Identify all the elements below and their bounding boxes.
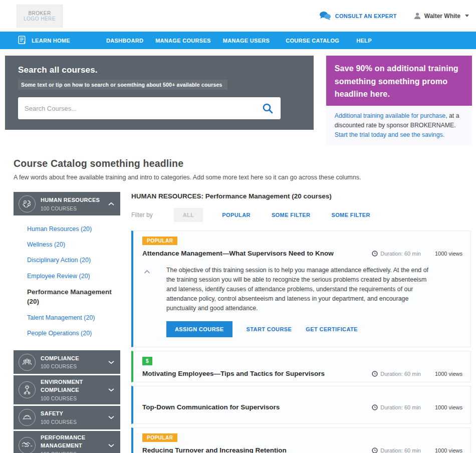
promo-headline: Save 90% on additional training somethin… [335, 62, 463, 101]
search-input[interactable] [25, 105, 262, 112]
learn-home-icon [18, 36, 27, 45]
category-count: 100 COURSES [41, 206, 103, 211]
page-title: Course Catalog something headline [14, 158, 476, 169]
filter-some-2[interactable]: SOME FILTER [331, 212, 370, 218]
course-card[interactable]: POPULAR Reducing Turnover and Increasing… [131, 427, 471, 453]
course-views: 1000 views [435, 371, 462, 377]
hardhat-icon [19, 409, 36, 426]
chat-icon [319, 11, 331, 21]
category-count: 100 COURSES [41, 364, 103, 369]
course-views: 1000 views [435, 404, 462, 410]
sidebar-item-compliance[interactable]: COMPLIANCE 100 COURSES [14, 350, 120, 374]
sidebar-item-environment-compliance[interactable]: ENVIRONMENT COMPLIANCE 100 COURSES [14, 375, 120, 404]
subitem-employee-review[interactable]: Employee Review (20) [27, 272, 120, 281]
popular-badge: POPULAR [142, 433, 177, 442]
search-panel: Search all courses. Some text or tip on … [5, 56, 314, 130]
course-views: 1000 views [435, 447, 462, 453]
user-icon [414, 13, 421, 20]
clock-icon [372, 371, 378, 377]
subcategory-list: Human Resources (20) Wellness (20) Disci… [14, 217, 120, 350]
chevron-down-icon [108, 415, 114, 419]
start-course-button[interactable]: START COURSE [247, 326, 292, 332]
idea-icon [19, 381, 36, 398]
course-description: The objective of this training session i… [166, 266, 437, 313]
filter-all[interactable]: ALL [174, 208, 203, 222]
nav-help[interactable]: HELP [356, 38, 372, 44]
subitem-disciplinary-action[interactable]: Disciplinary Action (20) [27, 256, 120, 265]
course-duration: Duration: 60 min [372, 371, 421, 377]
course-title: Reducing Turnover and Increasing Retenti… [142, 446, 372, 453]
handshake-icon [19, 437, 36, 453]
category-count: 100 COURSES [41, 396, 103, 401]
promo-note: Additional training available for purcha… [326, 106, 472, 145]
subitem-performance-management[interactable]: Performance Management (20) [27, 287, 120, 307]
consult-expert-link[interactable]: CONSULT AN EXPERT [319, 11, 397, 21]
course-duration: Duration: 60 min [372, 404, 421, 410]
subitem-human-resources[interactable]: Human Resources (20) [27, 224, 120, 234]
logo-line1: BROKER [28, 11, 51, 16]
get-certificate-button[interactable]: GET CERTIFICATE [306, 326, 358, 332]
group-icon [19, 354, 36, 371]
course-card[interactable]: Top-Down Communication for Supervisors D… [131, 386, 471, 424]
clock-icon [372, 447, 378, 453]
subitem-talent-management[interactable]: Talent Management (20) [27, 313, 120, 322]
main-navbar: LEARN HOME DASHBOARD MANAGE COURSES MANA… [0, 32, 476, 49]
category-sidebar: HUMAN RESOURCES 100 COURSES Human Resour… [14, 192, 120, 453]
promo-banner: Save 90% on additional training somethin… [326, 56, 472, 106]
search-icon[interactable] [262, 103, 274, 114]
sidebar-item-human-resources[interactable]: HUMAN RESOURCES 100 COURSES [14, 192, 120, 215]
search-panel-title: Search all courses. [18, 65, 300, 75]
section-title: HUMAN RESOURCES: Performance Management … [131, 192, 471, 200]
course-card[interactable]: POPULAR Attendance Management—What Super… [131, 231, 471, 347]
assign-course-button[interactable]: ASSIGN COURSE [166, 321, 232, 337]
search-tip: Some text or tip on how to search or soe… [18, 80, 227, 90]
subitem-people-operations[interactable]: People Operations (20) [27, 329, 120, 338]
chevron-down-icon [108, 360, 114, 364]
course-list-panel: HUMAN RESOURCES: Performance Management … [131, 192, 471, 453]
category-name: COMPLIANCE [41, 355, 103, 363]
category-count: 100 COURSES [41, 419, 103, 425]
course-title: Attendance Management—What Supervisors N… [142, 250, 372, 257]
course-card[interactable]: $ Motivating Employees—Tips and Tactics … [131, 351, 471, 382]
category-name: ENVIRONMENT COMPLIANCE [41, 378, 96, 394]
chevron-up-icon [108, 202, 114, 206]
logo-line2: LOGO HERE [24, 16, 56, 22]
chevron-down-icon [108, 388, 114, 392]
filter-bar: Filter by ALL POPULAR SOME FILTER SOME F… [131, 208, 471, 222]
promo-line1-rest: , at a [445, 112, 459, 119]
consult-expert-label: CONSULT AN EXPERT [335, 13, 397, 19]
nav-manage-users[interactable]: MANAGE USERS [223, 38, 270, 44]
nav-learn-home-label: LEARN HOME [32, 38, 70, 44]
broker-logo[interactable]: BROKER LOGO HERE [17, 5, 63, 28]
filter-by-label: Filter by [131, 211, 153, 218]
clock-icon [372, 404, 378, 410]
user-menu[interactable]: Walter White [414, 13, 469, 20]
category-name: HUMAN RESOURCES [41, 196, 103, 204]
promo-line2: discounted rate by sponsor BROKERNAME. [335, 122, 456, 129]
sidebar-item-safety[interactable]: SAFETY 100 COURSES [14, 406, 120, 429]
course-title: Top-Down Communication for Supervisors [142, 403, 372, 411]
caret-down-icon [465, 15, 469, 17]
course-duration: Duration: 60 min [372, 251, 421, 257]
sidebar-item-performance-management[interactable]: PERFORMANCE MANAGEMENT 100 COURSES [14, 431, 120, 453]
filter-popular[interactable]: POPULAR [222, 212, 251, 218]
category-name: PERFORMANCE MANAGEMENT [41, 434, 96, 450]
course-duration: Duration: 60 min [372, 447, 421, 453]
course-views: 1000 views [435, 251, 462, 257]
promo-purchase-link[interactable]: Additional training available for purcha… [335, 112, 445, 119]
people-sync-icon [19, 195, 36, 212]
nav-dashboard[interactable]: DASHBOARD [106, 38, 143, 44]
promo-trial-link[interactable]: Start the trial today and see the saving… [335, 131, 444, 138]
nav-manage-courses[interactable]: MANAGE COURSES [155, 38, 211, 44]
subitem-wellness[interactable]: Wellness (20) [27, 240, 120, 249]
category-name: SAFETY [41, 410, 103, 418]
course-title: Motivating Employees—Tips and Tactics fo… [142, 370, 372, 377]
filter-some-1[interactable]: SOME FILTER [272, 212, 311, 218]
clock-icon [372, 251, 378, 257]
nav-learn-home[interactable]: LEARN HOME [18, 36, 70, 45]
popular-badge: POPULAR [142, 237, 177, 245]
nav-course-catalog[interactable]: COURSE CATALOG [286, 38, 339, 44]
collapse-chevron-icon[interactable] [144, 270, 150, 274]
page-subtitle: A few words about free available trainin… [14, 174, 476, 181]
search-bar [18, 97, 281, 119]
